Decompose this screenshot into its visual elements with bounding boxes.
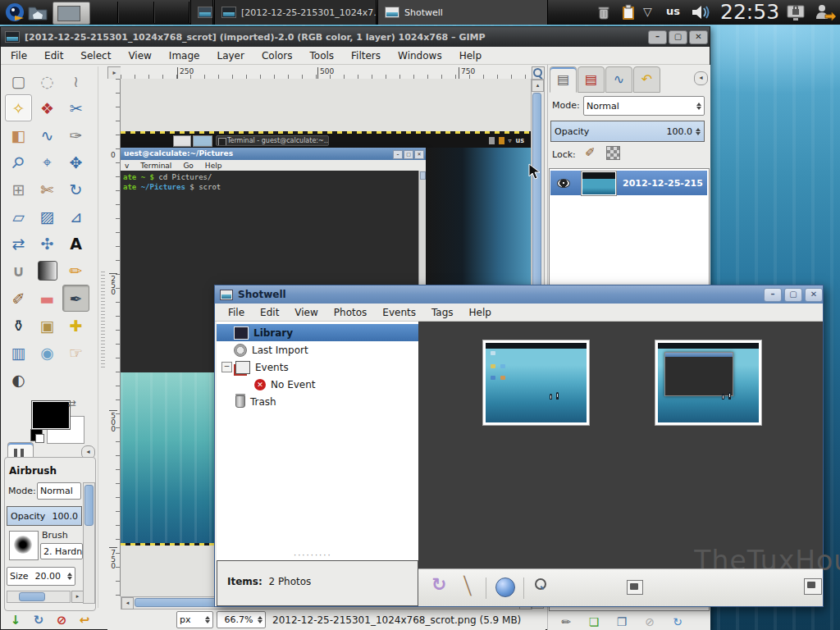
gimp-menu-help[interactable]: Help: [459, 50, 482, 62]
tool-blur-sharpen[interactable]: ◉: [34, 339, 61, 366]
shotwell-menu-view[interactable]: View: [294, 307, 317, 318]
tool-options-vscrollbar[interactable]: [83, 482, 95, 604]
gimp-menu-image[interactable]: Image: [169, 50, 200, 62]
tool-dodge-burn[interactable]: ◐: [5, 366, 32, 393]
logout-tray-icon[interactable]: [814, 2, 830, 19]
tool-bucket-fill[interactable]: ∪: [5, 257, 32, 284]
gimp-minimize-button[interactable]: –: [648, 30, 667, 44]
gimp-maximize-button[interactable]: ▢: [669, 30, 687, 44]
rotate-button[interactable]: ↻: [431, 574, 446, 595]
tool-move[interactable]: ✥: [62, 148, 89, 176]
sidebar-item-trash[interactable]: Trash: [217, 393, 418, 410]
shotwell-menu-file[interactable]: File: [228, 307, 244, 318]
shotwell-menu-photos[interactable]: Photos: [334, 307, 367, 318]
window-preview-button[interactable]: [52, 2, 90, 25]
gimp-menu-select[interactable]: Select: [80, 50, 111, 62]
gimp-menu-windows[interactable]: Windows: [398, 50, 442, 62]
tool-paths[interactable]: ∿: [34, 121, 61, 148]
foreground-color-swatch[interactable]: [32, 401, 70, 429]
delete-tool-preset-button[interactable]: ⊘: [52, 611, 71, 629]
tool-eraser[interactable]: ▬: [34, 285, 61, 312]
taskbar-gimp-button[interactable]: [2012-12-25-215301_1024x7…: [214, 0, 377, 25]
zoom-select[interactable]: 66.7%: [217, 611, 266, 628]
shotwell-minimize-button[interactable]: –: [764, 288, 782, 302]
edit-layer-attributes-button[interactable]: ✏: [555, 613, 577, 630]
tool-crop[interactable]: ✄: [34, 176, 61, 203]
gimp-menu-filters[interactable]: Filters: [351, 50, 381, 62]
layers-dialog-tab[interactable]: ▤: [550, 66, 577, 93]
search-button[interactable]: [535, 578, 546, 590]
refresh-layer-button[interactable]: ↻: [667, 613, 688, 630]
tool-heal[interactable]: ✚: [62, 312, 89, 339]
photo-thumbnail-2[interactable]: [655, 340, 762, 426]
gimp-menu-edit[interactable]: Edit: [44, 50, 63, 62]
anchor-layer-button[interactable]: ⊘: [639, 613, 660, 630]
tool-select-by-color[interactable]: ❖: [34, 94, 61, 121]
new-layer-button[interactable]: ❏: [583, 613, 605, 630]
shotwell-menu-edit[interactable]: Edit: [260, 307, 279, 318]
tool-free-select[interactable]: ≀: [62, 67, 89, 94]
tool-smudge[interactable]: ☞: [62, 339, 89, 366]
lock-alpha-icon[interactable]: [606, 146, 620, 160]
tool-perspective-clone[interactable]: ▥: [5, 339, 32, 366]
tool-options-scroll-right-button[interactable]: ▸: [71, 591, 84, 603]
layer-visibility-icon[interactable]: [557, 179, 570, 188]
swap-colors-icon[interactable]: ⇄: [68, 398, 76, 409]
save-tool-preset-button[interactable]: ↓: [6, 611, 25, 629]
media-player-launcher-icon[interactable]: [5, 2, 25, 22]
duplicate-layer-button[interactable]: ❐: [611, 613, 632, 630]
trash-tray-icon[interactable]: [596, 4, 612, 21]
shotwell-menu-events[interactable]: Events: [382, 307, 416, 318]
sidebar-item-library[interactable]: Library: [217, 324, 418, 341]
tool-airbrush[interactable]: ✒: [62, 285, 89, 312]
tool-shear[interactable]: ▨: [34, 203, 61, 230]
layer-row[interactable]: 2012-12-25-215: [550, 171, 707, 195]
dock-menu-button[interactable]: ◂: [694, 71, 708, 85]
unit-select[interactable]: px: [176, 611, 213, 628]
shotwell-maximize-button[interactable]: ▢: [784, 288, 802, 302]
tool-clone[interactable]: ▣: [34, 312, 61, 339]
tool-blend[interactable]: [38, 261, 57, 281]
restore-tool-preset-button[interactable]: ↻: [29, 611, 48, 629]
tool-fuzzy-select[interactable]: ✧: [5, 94, 32, 121]
sidebar-splitter-handle[interactable]: ·········: [294, 553, 343, 558]
tool-pencil[interactable]: ✏: [62, 257, 89, 284]
tool-flip[interactable]: ⇄: [5, 230, 32, 257]
tool-ink[interactable]: ⚱: [5, 312, 32, 339]
lock-screen-tray-icon[interactable]: [786, 3, 802, 20]
shotwell-menu-tags[interactable]: Tags: [431, 307, 454, 318]
paths-dialog-tab[interactable]: ∿: [605, 66, 632, 93]
tool-text[interactable]: A: [62, 230, 89, 257]
zoom-small-icon[interactable]: [627, 580, 643, 595]
tool-ellipse-select[interactable]: ◌: [34, 67, 61, 94]
tool-perspective[interactable]: ⊿: [62, 203, 89, 230]
tool-paintbrush[interactable]: ✐: [5, 285, 32, 312]
tool-color-picker[interactable]: ✑: [62, 121, 89, 148]
scroll-left-icon[interactable]: ◂: [121, 597, 134, 609]
sidebar-item-events[interactable]: − Events: [217, 358, 418, 376]
tool-measure[interactable]: ⌖: [34, 148, 61, 176]
tool-cage-transform[interactable]: ✣: [34, 230, 61, 257]
undo-history-tab[interactable]: ↶: [633, 66, 660, 93]
tool-rectangle-select[interactable]: ▢: [5, 67, 32, 94]
panel-clock[interactable]: 22:53: [720, 0, 779, 25]
shotwell-menu-help[interactable]: Help: [469, 307, 491, 318]
gimp-menu-layer[interactable]: Layer: [217, 50, 244, 62]
tool-options-hscrollbar[interactable]: [7, 591, 71, 603]
sidebar-item-last-import[interactable]: Last Import: [217, 341, 418, 358]
shotwell-titlebar[interactable]: Shotwell – ▢ ✕: [215, 285, 823, 304]
zoom-large-icon[interactable]: [804, 578, 822, 595]
taskbar-shotwell-button[interactable]: Shotwell: [377, 0, 548, 25]
brush-size-spinner[interactable]: Size 20.00: [7, 567, 75, 586]
gimp-titlebar[interactable]: [2012-12-25-215301_1024x768_scrot] (impo…: [1, 27, 710, 47]
reset-tool-options-button[interactable]: ↩: [75, 611, 94, 629]
gimp-menu-view[interactable]: View: [128, 50, 151, 62]
tool-scissors-select[interactable]: ✂: [62, 94, 89, 121]
taskbar-window-button[interactable]: [190, 0, 213, 25]
channels-dialog-tab[interactable]: ▤: [578, 66, 605, 93]
tool-opacity-slider[interactable]: Opacity 100.0: [7, 506, 82, 526]
brush-select[interactable]: 2. Hardnes: [40, 543, 83, 559]
canvas-zoom-button[interactable]: [532, 66, 545, 80]
enhance-button[interactable]: ╲: [461, 575, 473, 596]
clipboard-tray-icon[interactable]: [620, 4, 637, 21]
